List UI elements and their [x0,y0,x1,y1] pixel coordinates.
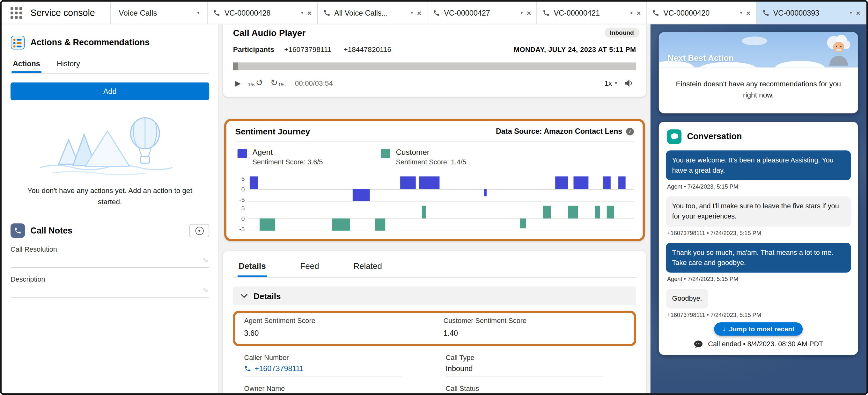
caller-number-link[interactable]: +16073798111 [255,364,304,373]
edit-pencil-icon[interactable]: ✎ [203,286,209,295]
tab-feed[interactable]: Feed [299,258,320,277]
chevron-down-icon[interactable]: ▾ [740,10,742,15]
next-best-action-header: Next Best Action [659,32,858,68]
data-source-text: Data Source: Amazon Contact Lens [496,127,622,135]
audio-progress-bar[interactable] [233,62,636,70]
call-type-field: Call Type Inbound [435,354,636,377]
actions-history-tabs: Actions History [10,58,209,74]
customer-sentiment-bar [422,206,426,218]
phone-icon [213,9,221,17]
phone-icon [652,9,660,17]
add-button[interactable]: Add [10,83,209,100]
agent-sentiment-bar [250,176,258,189]
workspace-tab[interactable]: All Voice Calls... ▾ × [318,2,427,24]
tab-details[interactable]: Details [238,258,267,277]
workspace-tab[interactable]: VC-00000427 ▾ × [427,2,537,24]
field-input-line[interactable]: ✎ [10,283,209,298]
phone-icon [244,365,252,372]
skip-back-15-button[interactable]: 15s↺ [248,79,263,88]
inbound-badge: Inbound [604,28,639,38]
agent-sentiment-bar [555,176,568,189]
chevron-down-icon[interactable]: ▾ [520,10,523,15]
message-meta: Agent • 7/24/2023, 5:15 PM [667,275,851,282]
tab-history[interactable]: History [56,58,81,73]
chevron-down-icon[interactable]: ▾ [197,10,199,15]
chevron-down-icon[interactable]: ▾ [301,10,304,15]
tab-related[interactable]: Related [352,258,383,277]
skip-back-label: 15s [248,83,255,88]
legend-score: Sentiment Score: 3.6/5 [253,158,323,166]
card-title: Next Best Action [668,53,734,63]
playback-time: 00:00/03:54 [295,79,333,87]
workspace-tab[interactable]: VC-00000428 ▾ × [208,2,318,24]
agent-chart-area [248,176,633,202]
empty-state-text: You don't have any actions yet. Add an a… [18,186,202,207]
tab-label: VC-00000428 [224,9,297,17]
field-input-line[interactable]: ✎ [10,253,209,268]
agent-sentiment-score-field: Agent Sentiment Score 3.60 [235,317,435,339]
description-field[interactable]: Description ✎ [10,275,209,298]
agent-sentiment-bar [484,189,487,196]
message-bubble-customer: Goodbye. [666,289,708,309]
customer-sentiment-bar [607,206,614,218]
cloud-shape [775,61,825,68]
y-tick: -5 [239,196,245,203]
close-icon[interactable]: × [417,9,421,17]
chevron-down-icon[interactable]: ▾ [411,10,413,15]
call-notes-menu-button[interactable]: ▾ [189,224,209,237]
app-launcher-button[interactable] [2,2,30,24]
field-label: Owner Name [244,385,401,392]
chevron-down-icon[interactable]: ▾ [630,10,633,15]
workspace-tab-active[interactable]: VC-00000393 ▾ × [757,2,866,24]
nav-tab-label: Voice Calls [119,8,157,17]
customer-sentiment-bar [259,218,275,231]
section-title: Details [253,291,281,301]
next-best-action-card: Next Best Action Einstein doesn't have a… [659,32,858,113]
play-button[interactable]: ▶ [235,79,241,87]
jump-to-most-recent-button[interactable]: ↓ Jump to most recent [714,322,803,336]
chart-legend: Agent Sentiment Score: 3.6/5 Customer Se… [235,141,634,172]
field-label: Call Status [445,385,603,392]
skip-forward-15-button[interactable]: ↻15s [271,79,285,88]
legend-name: Agent [253,148,323,157]
agent-sentiment-bar [574,176,588,189]
playback-speed-button[interactable]: 1x▾ [604,79,617,87]
info-icon[interactable]: i [626,127,633,135]
conversation-title: Conversation [687,132,742,141]
nav-tab-voice-calls[interactable]: Voice Calls ▾ [110,2,208,24]
jump-label: Jump to most recent [729,325,794,333]
agent-color-swatch [238,149,247,158]
close-icon[interactable]: × [527,9,531,17]
tab-actions[interactable]: Actions [11,58,41,73]
field-label: Agent Sentiment Score [244,317,401,325]
message-meta: +16073798111 • 7/24/2023, 5:15 PM [667,229,851,236]
annotation-highlight-sentiment-journey: Sentiment Journey Data Source: Amazon Co… [224,119,645,241]
skip-forward-label: 15s [278,83,285,88]
record-detail-card: Details Feed Related Details Agent Senti… [223,251,646,393]
chevron-down-icon[interactable]: ▾ [850,10,852,15]
call-resolution-field[interactable]: Call Resolution ✎ [10,245,209,268]
close-icon[interactable]: × [307,9,312,17]
app-launcher-icon [10,7,22,19]
close-icon[interactable]: × [856,9,860,17]
details-section-header[interactable]: Details [233,286,636,305]
close-icon[interactable]: × [637,9,641,17]
tab-label: VC-00000427 [444,9,517,17]
customer-sentiment-bar [595,206,600,218]
legend-score: Sentiment Score: 1.4/5 [396,158,467,166]
chat-bubble-icon [693,340,703,348]
call-status-field: Call Status [435,385,636,392]
volume-icon[interactable] [624,79,634,87]
tab-label: VC-00000393 [773,9,846,17]
customer-sentiment-bar [520,218,526,228]
workspace-tab[interactable]: VC-00000420 ▾ × [647,2,756,24]
workspace-tab[interactable]: VC-00000421 ▾ × [537,2,647,24]
phone-icon [433,9,440,17]
edit-pencil-icon[interactable]: ✎ [203,256,209,265]
close-icon[interactable]: × [746,9,750,17]
customer-sentiment-bar [543,206,551,218]
y-axis: 5 0 -5 [235,206,249,231]
field-label: Call Resolution [10,245,209,253]
participant-number: +16073798111 [284,45,331,54]
customer-sentiment-score-field: Customer Sentiment Score 1.40 [435,317,634,339]
